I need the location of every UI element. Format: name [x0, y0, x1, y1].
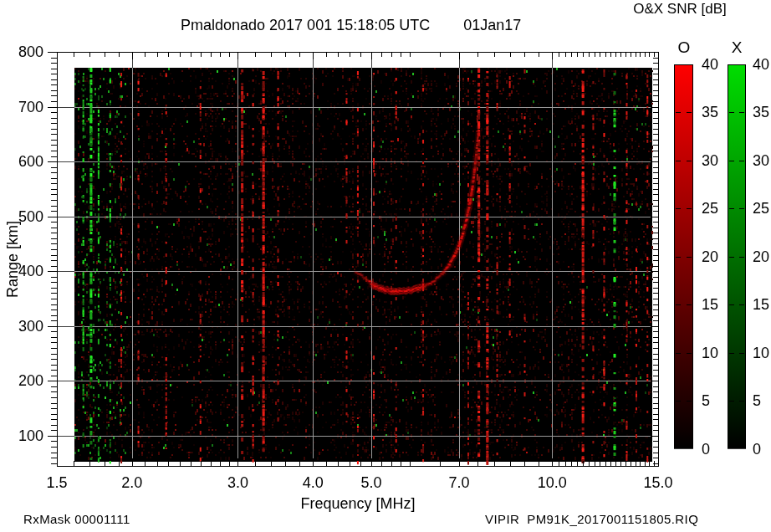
xbar-labels-item: 20: [753, 248, 771, 266]
obar-labels-item: 40: [702, 55, 735, 74]
xtick-labels-item: 5.0: [346, 473, 396, 492]
ytick-labels-item: 600: [0, 152, 43, 171]
filename-annotation: VIPIR PM91K_2017001151805.RIQ: [485, 512, 698, 526]
xtick-labels-item: 15.0: [633, 473, 683, 492]
xtick-labels-item: 1.5: [32, 473, 82, 492]
xbar-labels-item: 35: [753, 103, 771, 121]
obar-labels-item: 25: [702, 199, 735, 217]
colorbar-o-label: O: [667, 38, 701, 57]
xbar-labels-item: 5: [753, 391, 771, 410]
ionogram-window: Pmaldonado 2017 001 15:18:05 UTC01Jan17 …: [0, 0, 771, 532]
xtick-labels-item: 10.0: [527, 473, 577, 492]
ytick-labels-item: 300: [0, 317, 43, 335]
plot-title-date: 01Jan17: [463, 17, 521, 33]
colorbar-title: O&X SNR [dB]: [616, 1, 743, 18]
xtick-labels-item: 7.0: [434, 473, 484, 492]
obar-labels-item: 35: [702, 103, 735, 121]
obar-labels-item: 5: [702, 391, 735, 410]
ytick-labels-item: 800: [0, 43, 43, 61]
colorbar-x-label: X: [720, 38, 753, 57]
ionogram-plot-canvas: [0, 0, 771, 532]
obar-labels-item: 30: [702, 151, 735, 170]
ytick-labels-item: 700: [0, 98, 43, 116]
xbar-labels-item: 15: [753, 295, 771, 314]
obar-labels-item: 0: [702, 440, 735, 458]
x-axis-title: Frequency [MHz]: [241, 495, 475, 513]
xbar-labels-item: 40: [753, 55, 771, 74]
xbar-labels-item: 0: [753, 440, 771, 458]
obar-labels-item: 10: [702, 344, 735, 362]
rxmask-annotation: RxMask 00001111: [23, 512, 130, 526]
plot-title-text: Pmaldonado 2017 001 15:18:05 UTC: [181, 17, 430, 33]
obar-labels-item: 15: [702, 295, 735, 314]
ytick-labels-item: 500: [0, 207, 43, 226]
xtick-labels-item: 3.0: [212, 473, 263, 492]
xtick-labels-item: 2.0: [107, 473, 157, 492]
xbar-labels-item: 10: [753, 344, 771, 362]
ytick-labels-item: 400: [0, 262, 43, 280]
ytick-labels-item: 200: [0, 371, 43, 390]
xtick-labels-item: 4.0: [288, 473, 338, 492]
xbar-labels-item: 25: [753, 199, 771, 217]
ytick-labels-item: 100: [0, 427, 43, 445]
plot-title: Pmaldonado 2017 001 15:18:05 UTC01Jan17: [181, 17, 521, 34]
xbar-labels-item: 30: [753, 151, 771, 170]
obar-labels-item: 20: [702, 248, 735, 266]
